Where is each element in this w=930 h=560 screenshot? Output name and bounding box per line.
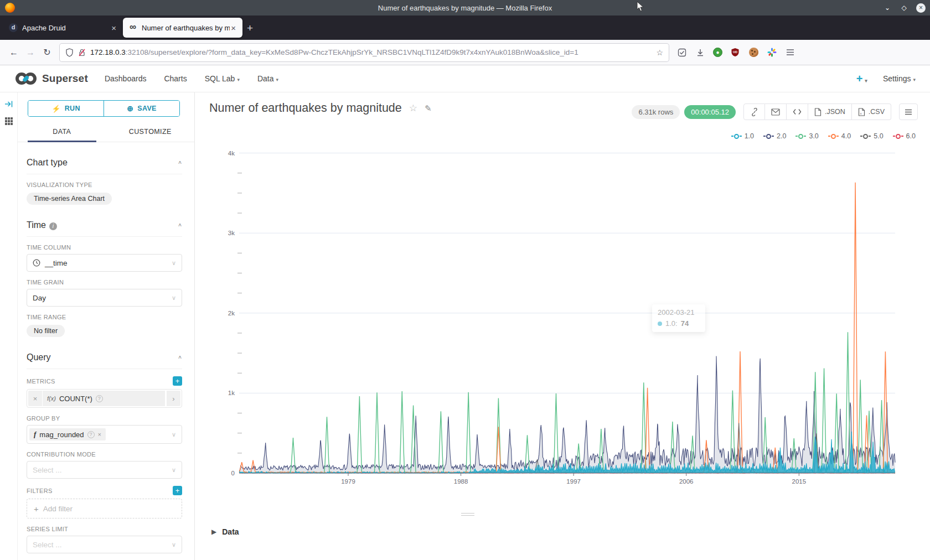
- expand-metric-icon[interactable]: ›: [166, 391, 180, 406]
- remove-chip-icon[interactable]: ×: [98, 431, 101, 438]
- contribution-mode-label: CONTRIBUTION MODE: [27, 451, 182, 458]
- chevron-up-icon: ∧: [178, 222, 182, 227]
- svg-text:x: x: [860, 111, 861, 115]
- ublock-origin-icon[interactable]: UO: [730, 47, 741, 58]
- timer-badge: 00:00:05.12: [684, 105, 736, 119]
- time-grain-select[interactable]: Day ∨: [27, 289, 182, 307]
- chart-tooltip: 2002-03-21 1.0: 74: [652, 304, 705, 332]
- chart-menu-button[interactable]: [899, 103, 918, 120]
- browser-tab-superset[interactable]: ∞ Numer of earthquakes by ma ×: [123, 18, 242, 38]
- maximize-icon[interactable]: ◇: [900, 4, 908, 12]
- nav-data[interactable]: Data▾: [257, 74, 278, 83]
- svg-text:1988: 1988: [454, 478, 468, 485]
- browser-tab-druid[interactable]: d Apache Druid ×: [3, 18, 123, 38]
- viz-type-pill[interactable]: Time-series Area Chart: [27, 193, 112, 205]
- back-icon[interactable]: ←: [6, 48, 22, 58]
- timeseries-chart[interactable]: 01k2k3k4k19791988199720062015: [217, 143, 920, 493]
- tab-close-icon[interactable]: ×: [110, 23, 117, 33]
- tab-data[interactable]: DATA: [18, 121, 106, 142]
- legend-item-1.0[interactable]: 1.0: [731, 132, 754, 140]
- nav-charts[interactable]: Charts: [164, 74, 187, 83]
- add-filter-button[interactable]: +: [173, 486, 182, 495]
- copy-link-button[interactable]: [743, 103, 765, 120]
- extension-pinwheel-icon[interactable]: [766, 47, 777, 58]
- group-by-label: GROUP BY: [27, 415, 182, 422]
- privacy-badger-icon[interactable]: ●: [713, 48, 722, 57]
- section-chart-type[interactable]: Chart type ∧: [27, 151, 182, 174]
- legend-item-5.0[interactable]: 5.0: [860, 132, 883, 140]
- datasource-grid-icon[interactable]: [4, 117, 13, 126]
- file-x-icon: x: [858, 108, 865, 116]
- group-by-chip[interactable]: f mag_rounded ? ×: [29, 428, 106, 440]
- save-button[interactable]: ⊕SAVE: [104, 101, 179, 116]
- left-rail: [0, 92, 18, 560]
- tab-customize[interactable]: CUSTOMIZE: [106, 121, 195, 142]
- svg-text:UO: UO: [733, 50, 738, 54]
- time-range-pill[interactable]: No filter: [27, 325, 65, 337]
- download-icon[interactable]: [695, 47, 706, 58]
- legend-item-2.0[interactable]: 2.0: [763, 132, 786, 140]
- svg-text:2006: 2006: [679, 478, 694, 485]
- chevron-down-icon: ▾: [913, 77, 916, 82]
- email-button[interactable]: [765, 103, 787, 120]
- new-tab-button[interactable]: +: [247, 22, 253, 34]
- chevron-down-icon: ▾: [865, 78, 867, 84]
- envelope-icon: [771, 108, 780, 116]
- run-button[interactable]: ⚡RUN: [28, 101, 104, 116]
- forward-icon[interactable]: →: [22, 48, 39, 58]
- shield-icon[interactable]: [65, 48, 74, 57]
- chevron-right-icon: ▶: [211, 528, 216, 536]
- series-limit-select[interactable]: Select ... ∨: [27, 536, 182, 553]
- panel-resize-handle[interactable]: [461, 513, 474, 517]
- insecure-lock-icon[interactable]: [78, 48, 86, 57]
- control-panel: ⚡RUN ⊕SAVE DATA CUSTOMIZE Chart type ∧ V…: [18, 92, 195, 560]
- svg-text:2015: 2015: [792, 478, 807, 485]
- nav-dashboards[interactable]: Dashboards: [105, 74, 147, 83]
- metric-chip[interactable]: × f(x) COUNT(*) ? ›: [27, 389, 182, 408]
- settings-menu[interactable]: Settings▾: [883, 74, 916, 83]
- legend-item-6.0[interactable]: 6.0: [893, 132, 916, 140]
- link-icon: [750, 108, 758, 116]
- help-icon: ?: [96, 395, 103, 402]
- plus-icon: +: [34, 504, 39, 514]
- section-query[interactable]: Query ∧: [27, 346, 182, 369]
- remove-metric-icon[interactable]: ×: [28, 391, 43, 406]
- new-item-button[interactable]: +▾: [856, 72, 867, 85]
- reload-icon[interactable]: ↻: [39, 47, 55, 58]
- favorite-star-icon[interactable]: ☆: [409, 102, 417, 114]
- superset-navbar: Superset Dashboards Charts SQL Lab▾ Data…: [0, 65, 930, 92]
- embed-code-button[interactable]: [787, 103, 808, 120]
- export-json-button[interactable]: .JSON: [808, 103, 852, 120]
- save-page-icon[interactable]: [676, 47, 688, 58]
- cookie-icon[interactable]: [748, 47, 759, 58]
- column-function-icon: f: [34, 430, 36, 439]
- legend-item-3.0[interactable]: 3.0: [795, 132, 818, 140]
- tab-strip: d Apache Druid × ∞ Numer of earthquakes …: [0, 15, 930, 40]
- bookmark-star-icon[interactable]: ☆: [656, 48, 663, 57]
- time-column-select[interactable]: __time ∨: [27, 254, 182, 272]
- svg-text:3k: 3k: [228, 230, 235, 236]
- superset-logo[interactable]: Superset: [14, 71, 88, 86]
- url-input[interactable]: 172.18.0.3:32108/superset/explore/?form_…: [60, 44, 669, 61]
- minimize-icon[interactable]: ⌄: [883, 4, 892, 12]
- legend-item-4.0[interactable]: 4.0: [828, 132, 851, 140]
- filters-label: FILTERS: [27, 488, 53, 494]
- close-icon[interactable]: ×: [916, 3, 926, 13]
- section-time[interactable]: Timei ∧: [27, 214, 182, 237]
- menu-icon[interactable]: [784, 47, 795, 58]
- add-metric-button[interactable]: +: [173, 376, 182, 386]
- metrics-label: METRICS: [27, 378, 55, 385]
- legend-marker-icon: [798, 134, 803, 139]
- legend-marker-icon: [831, 134, 836, 139]
- group-by-select[interactable]: f mag_rounded ? × ∨: [27, 425, 182, 444]
- tab-close-icon[interactable]: ×: [230, 23, 237, 33]
- svg-text:1979: 1979: [341, 478, 355, 485]
- add-filter-box[interactable]: + Add filter: [27, 499, 182, 518]
- contribution-mode-select[interactable]: Select ... ∨: [27, 461, 182, 479]
- data-panel-toggle[interactable]: ▶ Data: [211, 527, 239, 536]
- export-csv-button[interactable]: x .CSV: [852, 103, 891, 120]
- collapse-panel-icon[interactable]: [4, 100, 13, 108]
- edit-title-icon[interactable]: ✎: [425, 103, 432, 113]
- legend-marker-icon: [896, 134, 901, 139]
- nav-sql-lab[interactable]: SQL Lab▾: [205, 74, 240, 83]
